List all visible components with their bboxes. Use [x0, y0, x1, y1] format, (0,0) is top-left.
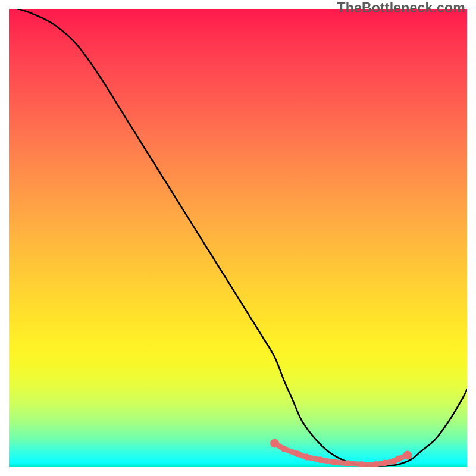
marker-dot: [372, 461, 379, 467]
marker-dot: [270, 439, 279, 448]
marker-dot: [331, 459, 337, 465]
marker-dot: [345, 460, 351, 466]
marker-dot: [317, 456, 324, 463]
curve-svg: [9, 9, 467, 467]
chart-container: TheBottleneck.com: [0, 0, 476, 476]
marker-dot: [295, 450, 301, 457]
optimal-region-markers: [270, 439, 412, 468]
marker-dot: [395, 456, 402, 462]
marker-dot: [390, 458, 397, 465]
watermark-label: TheBottleneck.com: [337, 0, 465, 16]
plot-area: [9, 9, 467, 467]
bottleneck-curve: [18, 9, 467, 466]
marker-dot: [303, 454, 310, 461]
marker-dot: [281, 446, 287, 452]
marker-dot: [403, 451, 412, 460]
marker-dot: [358, 461, 365, 467]
marker-dot: [381, 460, 388, 466]
